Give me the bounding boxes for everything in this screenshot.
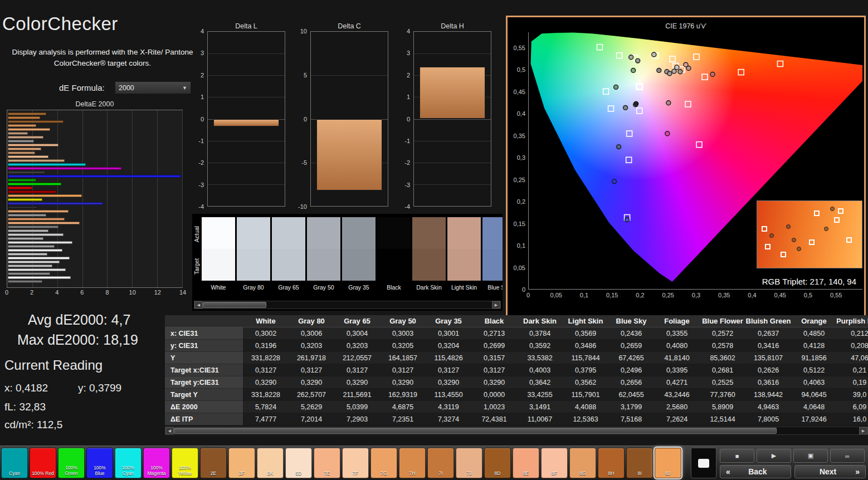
table-cell: 0,2525 xyxy=(700,376,745,389)
pattern-swatch-7g[interactable]: 7G xyxy=(370,448,397,478)
scroll-right-button[interactable]: ▶ xyxy=(859,427,867,434)
table-cell: 12,5144 xyxy=(700,413,745,425)
table-cell: 262,5707 xyxy=(289,389,334,401)
pattern-swatch-label: 7J xyxy=(458,471,480,477)
table-cell: 0,3784 xyxy=(517,327,563,340)
capture-button[interactable]: ▣ xyxy=(793,449,828,463)
pattern-swatch-8i[interactable]: 8I xyxy=(626,448,653,478)
table-cell: 0,3006 xyxy=(289,327,334,340)
axis-tick-label: -10 xyxy=(292,203,307,210)
pattern-swatch-8f[interactable]: 8F xyxy=(541,448,568,478)
pattern-swatch-7i[interactable]: 7I xyxy=(427,448,454,478)
scroll-left-button[interactable]: ◀ xyxy=(194,301,203,308)
table-cell: 0,3290 xyxy=(380,376,426,389)
deltae-bars xyxy=(8,112,181,285)
pattern-swatch-100-red[interactable]: 100% Red xyxy=(30,448,56,478)
target-marker xyxy=(597,45,603,50)
pattern-window-button[interactable] xyxy=(691,448,716,478)
pattern-swatch-8g[interactable]: 8G xyxy=(569,448,596,478)
inset-target-marker xyxy=(762,226,767,232)
deltae-bar xyxy=(8,229,48,232)
actual-swatch xyxy=(307,217,340,249)
pattern-window-icon xyxy=(698,459,709,468)
axis-tick-label: 8 xyxy=(106,289,109,296)
pattern-swatch-8e[interactable]: 8E xyxy=(513,448,539,478)
pattern-swatch-2f[interactable]: 2F xyxy=(228,448,255,478)
table-cell: 4,9463 xyxy=(745,401,791,413)
pattern-swatch-5d[interactable]: 5D xyxy=(285,448,312,478)
target-marker xyxy=(617,53,622,58)
table-header-cell: Gray 80 xyxy=(289,315,334,327)
target-swatch xyxy=(412,249,446,281)
pattern-swatch-2e[interactable]: 2E xyxy=(200,448,227,478)
pattern-swatch-100-yellow[interactable]: 100% Yellow xyxy=(172,448,198,478)
loop-button[interactable]: ∞ xyxy=(830,449,865,463)
axis-tick-label: -1 xyxy=(189,138,204,144)
pattern-swatch-100-green[interactable]: 100% Green xyxy=(58,448,85,478)
table-scrollbar[interactable]: ◀▶ xyxy=(165,427,868,435)
table-cell: 67,4265 xyxy=(608,352,654,364)
delta-c-chart: Delta C1050-5-10 xyxy=(310,22,388,212)
deltae-x-axis: 02468101214 xyxy=(7,289,183,297)
scroll-track[interactable] xyxy=(174,427,859,434)
swatch-strip-scrollbar[interactable]: ◀▶ xyxy=(194,301,501,309)
table-row-label: ΔE 2000 xyxy=(165,401,243,413)
table-header-cell: Orange xyxy=(791,315,837,327)
axis-tick-label: 0,4 xyxy=(748,292,756,298)
pattern-swatch-8h[interactable]: 8H xyxy=(598,448,625,478)
deltae-bar xyxy=(8,245,55,248)
pattern-swatch-7f[interactable]: 7F xyxy=(342,448,369,478)
deltae-bar xyxy=(8,140,34,143)
table-row-label: y: CIE31 xyxy=(165,340,243,352)
pattern-swatch-100-magenta[interactable]: 100% Magenta xyxy=(143,448,170,478)
pattern-swatch-2k[interactable]: 2K xyxy=(257,448,284,478)
table-cell: 0,3001 xyxy=(426,327,471,340)
scroll-thumb[interactable] xyxy=(203,302,266,308)
play-button[interactable]: ▶ xyxy=(757,449,791,463)
pattern-swatch-8d[interactable]: 8D xyxy=(484,448,511,478)
stop-button[interactable]: ■ xyxy=(720,449,754,463)
pattern-swatch-7e[interactable]: 7E xyxy=(314,448,340,478)
axis-tick-label: 0,55 xyxy=(830,292,842,298)
scroll-thumb[interactable] xyxy=(174,428,777,434)
table-cell: 0,212 xyxy=(837,327,868,340)
axis-tick-label: 12 xyxy=(154,289,161,296)
axis-tick-label: 10 xyxy=(129,289,136,296)
table-cell: 0,208 xyxy=(837,340,868,352)
swatch-column: Black xyxy=(377,217,411,291)
pattern-swatch-8j[interactable]: 8J xyxy=(655,448,681,478)
table-cell: 0,3127 xyxy=(471,364,517,376)
table-header-cell: Gray 35 xyxy=(426,315,471,327)
measurement-marker xyxy=(614,85,618,89)
target-marker xyxy=(626,157,632,163)
de-formula-dropdown[interactable]: 2000 ▼ xyxy=(115,81,191,94)
table-cell: 0,3003 xyxy=(380,327,426,340)
pattern-swatch-7h[interactable]: 7H xyxy=(399,448,426,478)
table-cell: 164,1857 xyxy=(380,352,426,364)
table-cell: 7,2014 xyxy=(289,413,334,425)
pattern-swatch-7j[interactable]: 7J xyxy=(456,448,482,478)
pattern-swatch-cyan[interactable]: Cyan xyxy=(1,448,28,478)
pattern-swatch-label: 8E xyxy=(515,471,537,477)
target-swatch xyxy=(342,249,376,281)
table-cell: 138,9442 xyxy=(745,389,791,401)
target-swatch xyxy=(482,249,503,281)
next-button[interactable]: Next » xyxy=(794,465,866,478)
table-header-cell: Black xyxy=(471,315,517,327)
pattern-swatch-100-blue[interactable]: 100% Blue xyxy=(86,448,113,478)
current-y-readout: y: 0,3799 xyxy=(78,382,121,394)
scroll-right-button[interactable]: ▶ xyxy=(492,301,500,308)
scroll-track[interactable] xyxy=(203,301,492,308)
target-swatch xyxy=(307,249,340,281)
table-cell: 0,5122 xyxy=(791,364,837,376)
pattern-swatch-100-cyan[interactable]: 100% Cyan xyxy=(115,448,142,478)
measurement-marker xyxy=(631,68,636,72)
target-marker xyxy=(685,101,691,107)
deltae-bar xyxy=(8,265,52,267)
back-button[interactable]: « Back xyxy=(720,465,791,478)
scroll-left-button[interactable]: ◀ xyxy=(165,427,174,434)
measurement-marker xyxy=(625,217,630,222)
deltae-bar xyxy=(8,128,50,131)
axis-tick-label: 0 xyxy=(189,116,204,123)
table-cell: 4,4088 xyxy=(563,401,608,413)
